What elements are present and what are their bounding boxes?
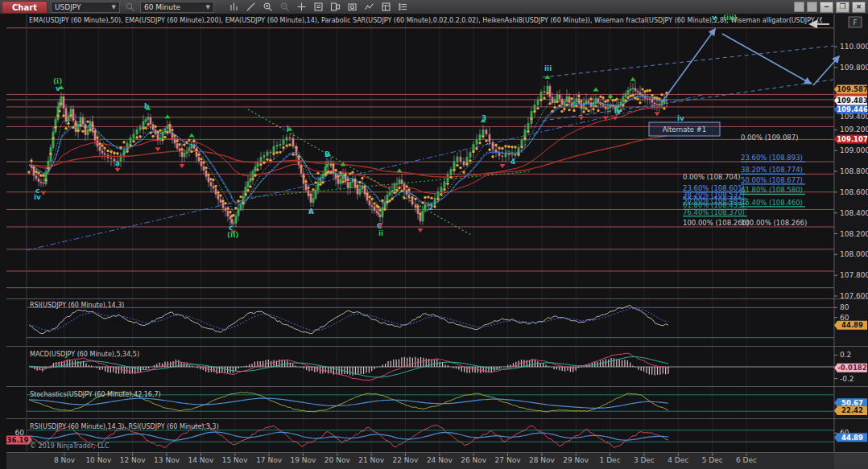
- date-tick-label: 14 Nov: [188, 456, 214, 464]
- panel-tick-label: 80: [840, 303, 849, 311]
- fib-level-label: 76.40% (108.460): [741, 199, 803, 207]
- price-tick-label: 108.800: [840, 167, 868, 175]
- svg-text:36.19: 36.19: [7, 436, 29, 444]
- svg-text:109.587: 109.587: [837, 85, 868, 93]
- wave-label: iii: [544, 64, 552, 72]
- close-button[interactable]: ×: [852, 2, 866, 13]
- date-tick-label: 3 Dec: [634, 456, 655, 464]
- date-tick-label: 28 Nov: [529, 456, 556, 464]
- workspace-button[interactable]: [794, 2, 804, 12]
- chevron-down-icon: ▼: [112, 4, 116, 10]
- tab-chart[interactable]: Chart: [2, 1, 48, 14]
- price-tick-label: 107.800: [840, 271, 868, 279]
- draw-icon[interactable]: [244, 1, 258, 13]
- price-tick-label: 110.000: [840, 43, 868, 51]
- instrument-dropdown[interactable]: USDJPY ▼: [51, 2, 120, 13]
- svg-text:22.42: 22.42: [841, 406, 863, 414]
- chart-area: 8 Nov10 Nov12 Nov13 Nov14 Nov15 Nov17 No…: [0, 14, 868, 469]
- date-tick-label: 26 Nov: [461, 456, 487, 464]
- fib-level-label: 23.60% (108.893): [741, 154, 803, 162]
- data-box-icon[interactable]: [312, 1, 325, 13]
- bar-type-icon[interactable]: [227, 1, 241, 13]
- fib-level-label: 100.00% (108.266): [741, 219, 807, 227]
- interval-value: 60 Minute: [144, 3, 180, 11]
- date-tick-label: 21 Nov: [358, 456, 385, 464]
- wave-label: 2: [428, 204, 433, 212]
- price-tick-label: 108.200: [840, 230, 868, 238]
- panel-tick-label: 0.2: [840, 351, 851, 359]
- price-tick-label: 107.600: [840, 292, 868, 300]
- fib-level-label: 0.00% (108.704): [683, 173, 741, 181]
- crosshair-icon[interactable]: [295, 1, 308, 13]
- fib-level-label: 50.00% (108.677): [741, 176, 803, 184]
- date-tick-label: 4 Dec: [668, 456, 688, 464]
- instrument-value: USDJPY: [55, 3, 81, 11]
- interval-dropdown[interactable]: 60 Minute ▼: [140, 2, 214, 13]
- date-tick-label: 10 Nov: [85, 456, 112, 464]
- templates-icon[interactable]: [379, 1, 393, 13]
- panel-tick-label: -0.2: [840, 375, 854, 383]
- price-tick-label: 108.600: [840, 188, 868, 196]
- wave-label: 3: [482, 114, 486, 122]
- chart-window: Chart USDJPY ▼ 60 Minute ▼: [0, 0, 868, 469]
- snapshot-icon[interactable]: [345, 1, 359, 13]
- chevron-down-icon: ▼: [206, 4, 210, 10]
- restore-button[interactable]: ❐: [836, 2, 849, 13]
- date-tick-label: 8 Nov: [54, 456, 76, 464]
- properties-icon[interactable]: [396, 1, 410, 13]
- date-tick-label: 12 Nov: [120, 456, 147, 464]
- price-tick-label: 109.800: [840, 64, 868, 72]
- date-tick-label: 6 Dec: [736, 456, 757, 464]
- date-tick-label: 17 Nov: [256, 456, 283, 464]
- indicators-icon[interactable]: [362, 1, 376, 13]
- date-tick-label: 24 Nov: [427, 456, 453, 464]
- wave-label: A: [308, 208, 314, 216]
- svg-text:109.483: 109.483: [837, 97, 868, 105]
- workspace-button[interactable]: [807, 2, 817, 12]
- svg-text:109.107: 109.107: [837, 135, 868, 143]
- svg-text:F: F: [853, 19, 857, 27]
- plot-background: [6, 14, 868, 453]
- chart-trader-icon[interactable]: [329, 1, 342, 13]
- wave-label: (ii): [227, 231, 238, 239]
- fib_left: 0.00% (108.704)23.60% (108.601)38.20% (1…: [683, 173, 749, 227]
- date-tick-label: 5 Dec: [702, 456, 723, 464]
- wave-label: B: [324, 150, 330, 158]
- fib-level-label: 38.20% (108.774): [741, 166, 803, 174]
- price-tick-label: 109.000: [840, 146, 868, 154]
- rsi-panel-label: RSI(USDJPY (60 Minute),14,3): [30, 302, 124, 309]
- svg-text:44.89: 44.89: [841, 321, 863, 329]
- window-buttons: − ❐ ×: [794, 2, 868, 13]
- date-tick-label: 27 Nov: [495, 456, 522, 464]
- rsi2-panel-label: RSI(USDJPY (60 Minute),14,3), RSI(USDJPY…: [30, 423, 219, 430]
- fib-level-label: 100.00% (108.266): [683, 219, 749, 227]
- minimize-button[interactable]: −: [820, 2, 833, 13]
- wave-label: v: [56, 84, 60, 93]
- wave-label: a: [115, 159, 120, 167]
- copyright-text: © 2019 NinjaTrader, LLC: [30, 442, 110, 450]
- price-tick-label: 108.400: [840, 209, 868, 217]
- chart-canvas[interactable]: 8 Nov10 Nov12 Nov13 Nov14 Nov15 Nov17 No…: [0, 14, 868, 469]
- wave-label: iv: [34, 193, 41, 201]
- date-tick-label: 22 Nov: [393, 456, 420, 464]
- wave-label: b: [144, 102, 150, 110]
- instrument-search-icon[interactable]: [123, 1, 137, 13]
- price-tick-label: 109.200: [840, 125, 868, 134]
- svg-text:50.67: 50.67: [841, 399, 863, 407]
- fib-level-label: 76.40% (108.370): [683, 208, 745, 216]
- wave-label: iv: [677, 114, 684, 122]
- price-tick-label: 108.000: [840, 250, 868, 258]
- axis-corner: [834, 453, 868, 469]
- date-tick-label: 1 Dec: [600, 456, 621, 464]
- zoom-out-icon[interactable]: [278, 1, 291, 13]
- svg-text:44.89: 44.89: [841, 434, 863, 442]
- date-tick-label: 13 Nov: [154, 456, 180, 464]
- macd-panel-label: MACD(USDJPY (60 Minute),5,34,5): [30, 351, 139, 358]
- fib-level-label: 0.00% (109.087): [741, 134, 799, 142]
- date-tick-label: 15 Nov: [222, 456, 249, 464]
- indicator-label: EMA(USDJPY (60 Minute),50), EMA(USDJPY (…: [29, 17, 822, 24]
- zoom-in-icon[interactable]: [261, 1, 275, 13]
- wave-label: i: [287, 125, 289, 133]
- fib-level-label: 61.80% (108.580): [741, 186, 803, 194]
- alternate-label-text: Alternate #1: [663, 125, 706, 134]
